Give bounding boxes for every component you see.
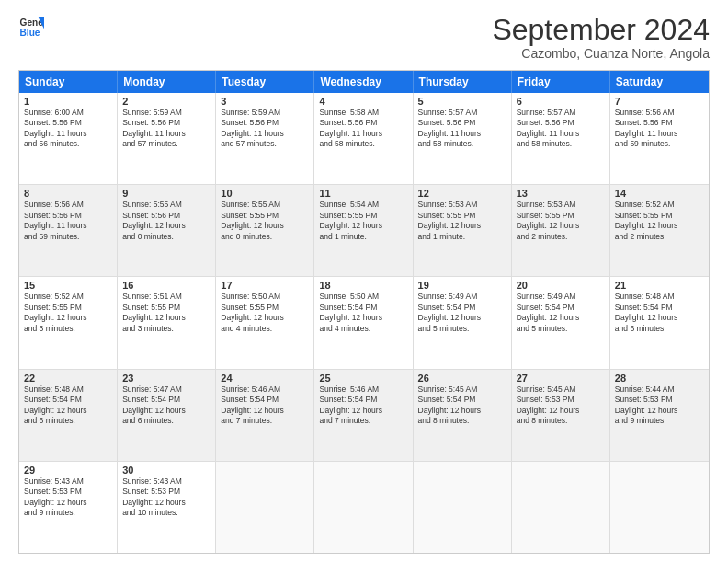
day-16: 16 Sunrise: 5:51 AMSunset: 5:55 PMDaylig… [118, 277, 216, 368]
svg-text:Blue: Blue [20, 28, 40, 38]
header-thursday: Thursday [414, 71, 512, 93]
header-wednesday: Wednesday [314, 71, 413, 93]
day-17: 17 Sunrise: 5:50 AMSunset: 5:55 PMDaylig… [216, 277, 314, 368]
day-empty-2 [314, 462, 413, 553]
day-4: 4 Sunrise: 5:58 AMSunset: 5:56 PMDayligh… [314, 93, 413, 184]
calendar: Sunday Monday Tuesday Wednesday Thursday… [18, 70, 710, 554]
day-15: 15 Sunrise: 5:52 AMSunset: 5:55 PMDaylig… [19, 277, 118, 368]
day-14: 14 Sunrise: 5:52 AMSunset: 5:55 PMDaylig… [610, 185, 709, 276]
week-row-3: 15 Sunrise: 5:52 AMSunset: 5:55 PMDaylig… [19, 276, 709, 368]
day-12: 12 Sunrise: 5:53 AMSunset: 5:55 PMDaylig… [414, 185, 512, 276]
week-row-2: 8 Sunrise: 5:56 AMSunset: 5:56 PMDayligh… [19, 184, 709, 276]
logo: General Blue [18, 15, 44, 40]
day-empty-4 [512, 462, 610, 553]
week-row-1: 1 Sunrise: 6:00 AMSunset: 5:56 PMDayligh… [19, 93, 709, 184]
logo-icon: General Blue [18, 15, 44, 40]
day-13: 13 Sunrise: 5:53 AMSunset: 5:55 PMDaylig… [512, 185, 610, 276]
day-3: 3 Sunrise: 5:59 AMSunset: 5:56 PMDayligh… [216, 93, 314, 184]
day-empty-1 [216, 462, 314, 553]
day-25: 25 Sunrise: 5:46 AMSunset: 5:54 PMDaylig… [314, 370, 413, 461]
day-8: 8 Sunrise: 5:56 AMSunset: 5:56 PMDayligh… [19, 185, 118, 276]
day-empty-5 [610, 462, 709, 553]
day-22: 22 Sunrise: 5:48 AMSunset: 5:54 PMDaylig… [19, 370, 118, 461]
day-11: 11 Sunrise: 5:54 AMSunset: 5:55 PMDaylig… [314, 185, 413, 276]
header-tuesday: Tuesday [216, 71, 314, 93]
header: General Blue September 2024 Cazombo, Cua… [18, 15, 710, 61]
header-monday: Monday [118, 71, 216, 93]
header-friday: Friday [512, 71, 610, 93]
header-sunday: Sunday [19, 71, 118, 93]
calendar-body: 1 Sunrise: 6:00 AMSunset: 5:56 PMDayligh… [19, 93, 709, 553]
day-29: 29 Sunrise: 5:43 AMSunset: 5:53 PMDaylig… [19, 462, 118, 553]
location: Cazombo, Cuanza Norte, Angola [492, 46, 710, 61]
week-row-4: 22 Sunrise: 5:48 AMSunset: 5:54 PMDaylig… [19, 369, 709, 461]
day-27: 27 Sunrise: 5:45 AMSunset: 5:53 PMDaylig… [512, 370, 610, 461]
day-2: 2 Sunrise: 5:59 AMSunset: 5:56 PMDayligh… [118, 93, 216, 184]
month-title: September 2024 [492, 15, 710, 44]
header-saturday: Saturday [610, 71, 709, 93]
day-26: 26 Sunrise: 5:45 AMSunset: 5:54 PMDaylig… [414, 370, 512, 461]
day-18: 18 Sunrise: 5:50 AMSunset: 5:54 PMDaylig… [314, 277, 413, 368]
day-6: 6 Sunrise: 5:57 AMSunset: 5:56 PMDayligh… [512, 93, 610, 184]
calendar-header: Sunday Monday Tuesday Wednesday Thursday… [19, 71, 709, 93]
day-19: 19 Sunrise: 5:49 AMSunset: 5:54 PMDaylig… [414, 277, 512, 368]
week-row-5: 29 Sunrise: 5:43 AMSunset: 5:53 PMDaylig… [19, 461, 709, 553]
day-10: 10 Sunrise: 5:55 AMSunset: 5:55 PMDaylig… [216, 185, 314, 276]
page: General Blue September 2024 Cazombo, Cua… [0, 0, 728, 563]
title-block: September 2024 Cazombo, Cuanza Norte, An… [492, 15, 710, 61]
day-21: 21 Sunrise: 5:48 AMSunset: 5:54 PMDaylig… [610, 277, 709, 368]
day-5: 5 Sunrise: 5:57 AMSunset: 5:56 PMDayligh… [414, 93, 512, 184]
day-20: 20 Sunrise: 5:49 AMSunset: 5:54 PMDaylig… [512, 277, 610, 368]
day-24: 24 Sunrise: 5:46 AMSunset: 5:54 PMDaylig… [216, 370, 314, 461]
day-23: 23 Sunrise: 5:47 AMSunset: 5:54 PMDaylig… [118, 370, 216, 461]
day-7: 7 Sunrise: 5:56 AMSunset: 5:56 PMDayligh… [610, 93, 709, 184]
day-9: 9 Sunrise: 5:55 AMSunset: 5:56 PMDayligh… [118, 185, 216, 276]
day-1: 1 Sunrise: 6:00 AMSunset: 5:56 PMDayligh… [19, 93, 118, 184]
day-28: 28 Sunrise: 5:44 AMSunset: 5:53 PMDaylig… [610, 370, 709, 461]
day-empty-3 [414, 462, 512, 553]
day-30: 30 Sunrise: 5:43 AMSunset: 5:53 PMDaylig… [118, 462, 216, 553]
